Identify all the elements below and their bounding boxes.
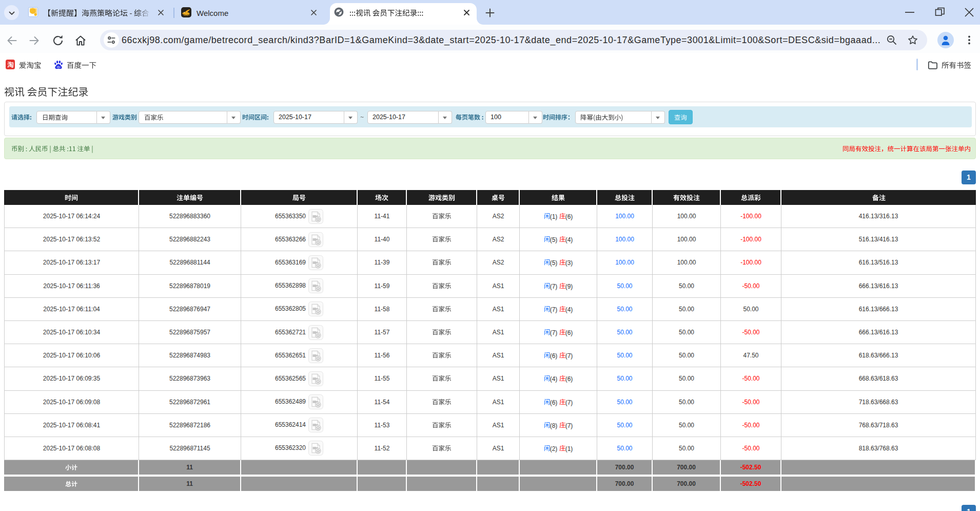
svg-text:du: du xyxy=(57,65,61,68)
